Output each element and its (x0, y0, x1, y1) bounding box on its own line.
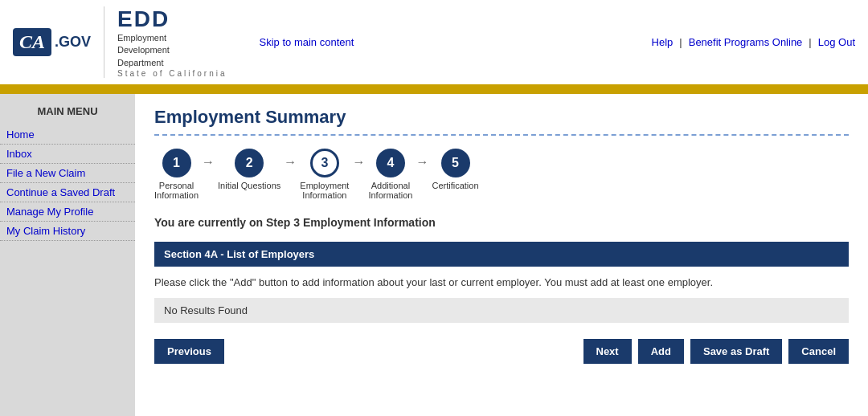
header: CA .GOV EDD Employment Development Depar… (0, 0, 868, 88)
current-step-text: You are currently on Step 3 Employment I… (154, 216, 849, 229)
page-layout: MAIN MENU Home Inbox File a New Claim Co… (0, 94, 868, 416)
add-button[interactable]: Add (638, 339, 684, 364)
edd-letters: EDD (117, 6, 227, 32)
step-2: 2 Initial Questions (218, 149, 280, 190)
buttons-row: Previous Next Add Save as Draft Cancel (154, 339, 849, 364)
ca-badge: CA (13, 28, 51, 56)
step-4: 4 AdditionalInformation (368, 149, 412, 200)
section-header: Section 4A - List of Employers (154, 242, 849, 267)
sidebar-item-manage-profile[interactable]: Manage My Profile (0, 202, 135, 222)
edd-logo: EDD Employment Development Department St… (104, 6, 227, 78)
steps-container: 1 PersonalInformation → 2 Initial Questi… (154, 149, 849, 200)
next-button[interactable]: Next (583, 339, 632, 364)
arrow-4-5: → (416, 149, 428, 169)
step-3: 3 EmploymentInformation (300, 149, 349, 200)
ca-logo: CA .GOV (13, 28, 91, 56)
gold-bar (0, 88, 868, 94)
benefit-programs-link[interactable]: Benefit Programs Online (689, 36, 803, 48)
buttons-left: Previous (154, 339, 224, 364)
edd-full-name: Employment Development Department (117, 32, 227, 69)
logout-link[interactable]: Log Out (818, 36, 855, 48)
step-circle-4: 4 (376, 149, 405, 177)
step-1: 1 PersonalInformation (154, 149, 199, 200)
main-content: Employment Summary 1 PersonalInformation… (135, 94, 868, 416)
sidebar-item-continue-saved-draft[interactable]: Continue a Saved Draft (0, 183, 135, 202)
step-label-3: EmploymentInformation (300, 181, 349, 200)
sidebar-item-home[interactable]: Home (0, 125, 135, 145)
header-right: Help | Benefit Programs Online | Log Out (652, 36, 855, 48)
step-label-4: AdditionalInformation (368, 181, 412, 200)
sidebar-item-claim-history[interactable]: My Claim History (0, 222, 135, 241)
header-left: CA .GOV EDD Employment Development Depar… (13, 6, 354, 78)
sidebar-item-inbox[interactable]: Inbox (0, 145, 135, 164)
arrow-2-3: → (284, 149, 297, 169)
arrow-3-4: → (352, 149, 365, 169)
no-results-text: No Results Found (154, 298, 849, 323)
sidebar: MAIN MENU Home Inbox File a New Claim Co… (0, 94, 135, 416)
previous-button[interactable]: Previous (154, 339, 224, 364)
save-as-draft-button[interactable]: Save as Draft (690, 339, 782, 364)
step-circle-5: 5 (441, 149, 470, 177)
step-label-2: Initial Questions (218, 181, 280, 190)
cancel-button[interactable]: Cancel (788, 339, 849, 364)
step-circle-2: 2 (235, 149, 264, 177)
step-label-5: Certification (432, 181, 478, 190)
help-link[interactable]: Help (652, 36, 674, 48)
edd-state: State of California (117, 69, 227, 78)
description-text: Please click the "Add" button to add inf… (154, 276, 849, 288)
sidebar-title: MAIN MENU (0, 100, 135, 122)
step-label-1: PersonalInformation (154, 181, 199, 200)
gov-text: .GOV (55, 34, 91, 51)
page-title: Employment Summary (154, 107, 849, 136)
arrow-1-2: → (202, 149, 215, 169)
skip-to-main-link[interactable]: Skip to main content (260, 36, 354, 48)
step-circle-1: 1 (162, 149, 191, 177)
step-circle-3: 3 (310, 149, 339, 177)
sidebar-item-file-new-claim[interactable]: File a New Claim (0, 164, 135, 183)
buttons-right: Next Add Save as Draft Cancel (583, 339, 850, 364)
step-5: 5 Certification (432, 149, 478, 190)
